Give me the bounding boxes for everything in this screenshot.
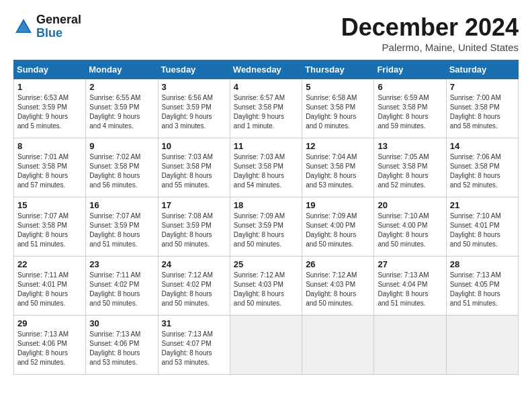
day-number: 12	[306, 141, 370, 151]
header-day-saturday: Saturday	[446, 60, 518, 79]
day-number: 27	[378, 259, 442, 269]
calendar-cell: 14Sunrise: 7:06 AM Sunset: 3:58 PM Dayli…	[446, 138, 518, 197]
day-info: Sunrise: 7:08 AM Sunset: 3:59 PM Dayligh…	[162, 212, 226, 249]
calendar-cell: 27Sunrise: 7:13 AM Sunset: 4:04 PM Dayli…	[374, 257, 446, 316]
calendar-cell: 11Sunrise: 7:03 AM Sunset: 3:58 PM Dayli…	[230, 138, 302, 197]
header-day-sunday: Sunday	[14, 60, 86, 79]
header-day-wednesday: Wednesday	[230, 60, 302, 79]
day-number: 10	[162, 141, 226, 151]
calendar-header: SundayMondayTuesdayWednesdayThursdayFrid…	[14, 60, 519, 79]
day-number: 5	[306, 82, 370, 92]
day-info: Sunrise: 7:13 AM Sunset: 4:06 PM Dayligh…	[89, 330, 154, 367]
header: General Blue December 2024 Palermo, Main…	[13, 13, 519, 53]
day-info: Sunrise: 7:13 AM Sunset: 4:05 PM Dayligh…	[450, 271, 515, 308]
day-info: Sunrise: 7:10 AM Sunset: 4:00 PM Dayligh…	[378, 212, 442, 249]
day-number: 15	[17, 200, 82, 210]
header-day-friday: Friday	[374, 60, 446, 79]
subtitle: Palermo, Maine, United States	[341, 42, 519, 53]
calendar-cell: 2Sunrise: 6:55 AM Sunset: 3:59 PM Daylig…	[86, 79, 158, 138]
logo-blue: Blue	[36, 27, 81, 40]
day-info: Sunrise: 7:05 AM Sunset: 3:58 PM Dayligh…	[378, 152, 442, 190]
calendar-cell	[302, 316, 374, 375]
calendar-cell: 12Sunrise: 7:04 AM Sunset: 3:58 PM Dayli…	[302, 138, 374, 197]
day-info: Sunrise: 7:00 AM Sunset: 3:58 PM Dayligh…	[450, 93, 515, 131]
day-info: Sunrise: 7:11 AM Sunset: 4:01 PM Dayligh…	[17, 271, 82, 308]
day-number: 16	[89, 200, 154, 210]
calendar-cell: 3Sunrise: 6:56 AM Sunset: 3:59 PM Daylig…	[158, 79, 230, 138]
day-number: 26	[306, 259, 370, 269]
calendar-cell: 1Sunrise: 6:53 AM Sunset: 3:59 PM Daylig…	[14, 79, 86, 138]
logo-general: General	[36, 13, 81, 27]
day-info: Sunrise: 7:12 AM Sunset: 4:02 PM Dayligh…	[162, 271, 226, 308]
day-info: Sunrise: 7:09 AM Sunset: 3:59 PM Dayligh…	[234, 212, 298, 249]
calendar-cell: 16Sunrise: 7:07 AM Sunset: 3:59 PM Dayli…	[86, 197, 158, 257]
day-info: Sunrise: 6:56 AM Sunset: 3:59 PM Dayligh…	[162, 93, 226, 131]
calendar-cell: 13Sunrise: 7:05 AM Sunset: 3:58 PM Dayli…	[374, 138, 446, 197]
day-number: 24	[162, 259, 226, 269]
header-row: SundayMondayTuesdayWednesdayThursdayFrid…	[14, 60, 519, 79]
day-info: Sunrise: 7:04 AM Sunset: 3:58 PM Dayligh…	[306, 152, 370, 190]
logo-icon	[13, 17, 34, 37]
day-info: Sunrise: 7:13 AM Sunset: 4:07 PM Dayligh…	[162, 330, 226, 367]
day-number: 30	[89, 318, 154, 328]
calendar-cell: 24Sunrise: 7:12 AM Sunset: 4:02 PM Dayli…	[158, 257, 230, 316]
day-number: 25	[234, 259, 298, 269]
calendar-cell: 28Sunrise: 7:13 AM Sunset: 4:05 PM Dayli…	[446, 257, 518, 316]
calendar-cell: 19Sunrise: 7:09 AM Sunset: 4:00 PM Dayli…	[302, 197, 374, 257]
day-number: 1	[17, 82, 82, 92]
calendar-cell: 9Sunrise: 7:02 AM Sunset: 3:58 PM Daylig…	[86, 138, 158, 197]
day-number: 4	[234, 82, 298, 92]
day-info: Sunrise: 7:13 AM Sunset: 4:06 PM Dayligh…	[17, 330, 82, 367]
day-number: 19	[306, 200, 370, 210]
day-number: 3	[162, 82, 226, 92]
calendar-cell	[446, 316, 518, 375]
calendar-body: 1Sunrise: 6:53 AM Sunset: 3:59 PM Daylig…	[14, 79, 519, 375]
day-number: 11	[234, 141, 298, 151]
day-info: Sunrise: 7:09 AM Sunset: 4:00 PM Dayligh…	[306, 212, 370, 249]
logo-text: General Blue	[36, 13, 81, 40]
title-section: December 2024 Palermo, Maine, United Sta…	[341, 13, 519, 53]
week-row-3: 15Sunrise: 7:07 AM Sunset: 3:58 PM Dayli…	[14, 197, 519, 257]
calendar-cell: 31Sunrise: 7:13 AM Sunset: 4:07 PM Dayli…	[158, 316, 230, 375]
calendar-cell: 26Sunrise: 7:12 AM Sunset: 4:03 PM Dayli…	[302, 257, 374, 316]
day-number: 29	[17, 318, 82, 328]
day-info: Sunrise: 7:03 AM Sunset: 3:58 PM Dayligh…	[162, 152, 226, 190]
calendar-cell: 6Sunrise: 6:59 AM Sunset: 3:58 PM Daylig…	[374, 79, 446, 138]
calendar-cell: 30Sunrise: 7:13 AM Sunset: 4:06 PM Dayli…	[86, 316, 158, 375]
header-day-thursday: Thursday	[302, 60, 374, 79]
day-info: Sunrise: 6:57 AM Sunset: 3:58 PM Dayligh…	[234, 93, 298, 131]
day-number: 20	[378, 200, 442, 210]
calendar-cell: 25Sunrise: 7:12 AM Sunset: 4:03 PM Dayli…	[230, 257, 302, 316]
calendar-cell: 29Sunrise: 7:13 AM Sunset: 4:06 PM Dayli…	[14, 316, 86, 375]
day-number: 9	[89, 141, 154, 151]
day-number: 8	[17, 141, 82, 151]
day-info: Sunrise: 7:10 AM Sunset: 4:01 PM Dayligh…	[450, 212, 515, 249]
day-info: Sunrise: 6:55 AM Sunset: 3:59 PM Dayligh…	[89, 93, 154, 131]
month-title: December 2024	[341, 13, 519, 42]
week-row-1: 1Sunrise: 6:53 AM Sunset: 3:59 PM Daylig…	[14, 79, 519, 138]
day-number: 31	[162, 318, 226, 328]
day-info: Sunrise: 7:01 AM Sunset: 3:58 PM Dayligh…	[17, 152, 82, 190]
week-row-4: 22Sunrise: 7:11 AM Sunset: 4:01 PM Dayli…	[14, 257, 519, 316]
calendar-cell: 20Sunrise: 7:10 AM Sunset: 4:00 PM Dayli…	[374, 197, 446, 257]
day-info: Sunrise: 7:03 AM Sunset: 3:58 PM Dayligh…	[234, 152, 298, 190]
day-number: 21	[450, 200, 515, 210]
day-number: 13	[378, 141, 442, 151]
calendar-cell: 10Sunrise: 7:03 AM Sunset: 3:58 PM Dayli…	[158, 138, 230, 197]
logo: General Blue	[13, 13, 81, 40]
day-number: 28	[450, 259, 515, 269]
calendar-cell: 21Sunrise: 7:10 AM Sunset: 4:01 PM Dayli…	[446, 197, 518, 257]
day-number: 2	[89, 82, 154, 92]
header-day-tuesday: Tuesday	[158, 60, 230, 79]
day-number: 22	[17, 259, 82, 269]
day-info: Sunrise: 7:12 AM Sunset: 4:03 PM Dayligh…	[306, 271, 370, 308]
day-number: 18	[234, 200, 298, 210]
day-info: Sunrise: 6:53 AM Sunset: 3:59 PM Dayligh…	[17, 93, 82, 131]
day-number: 17	[162, 200, 226, 210]
day-info: Sunrise: 7:11 AM Sunset: 4:02 PM Dayligh…	[89, 271, 154, 308]
calendar-cell: 17Sunrise: 7:08 AM Sunset: 3:59 PM Dayli…	[158, 197, 230, 257]
calendar-cell: 7Sunrise: 7:00 AM Sunset: 3:58 PM Daylig…	[446, 79, 518, 138]
week-row-2: 8Sunrise: 7:01 AM Sunset: 3:58 PM Daylig…	[14, 138, 519, 197]
day-number: 6	[378, 82, 442, 92]
calendar-cell: 22Sunrise: 7:11 AM Sunset: 4:01 PM Dayli…	[14, 257, 86, 316]
